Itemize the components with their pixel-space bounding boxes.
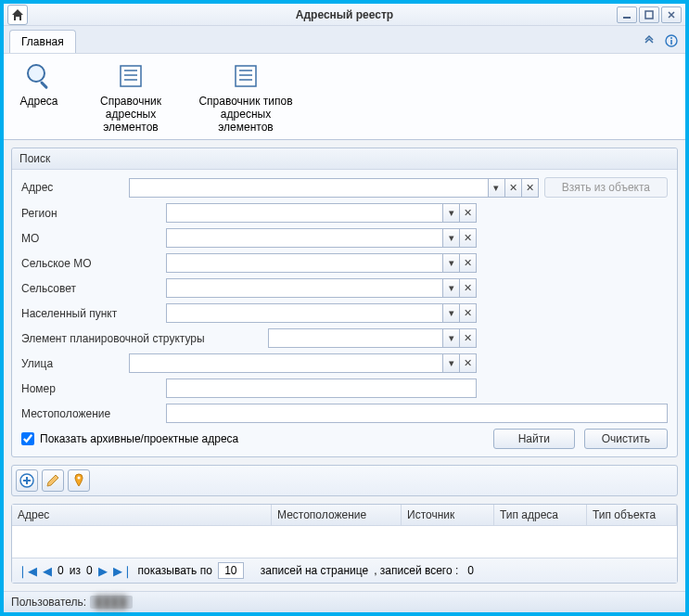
pin-icon	[71, 473, 86, 488]
label-planning-element: Элемент планировочной структуры	[21, 332, 262, 345]
selsovet-input[interactable]	[167, 279, 442, 297]
col-obj-type[interactable]: Тип объекта	[587, 505, 677, 525]
magnifier-icon	[22, 59, 56, 93]
clear-trigger[interactable]: ✕	[459, 279, 476, 297]
dropdown-trigger[interactable]: ▾	[442, 329, 459, 347]
show-archive-checkbox[interactable]: Показать архивные/проектные адреса	[21, 432, 238, 445]
mo-input[interactable]	[167, 229, 442, 247]
clear-trigger[interactable]: ✕	[521, 179, 538, 197]
last-page-button[interactable]: ▶❘	[113, 564, 133, 578]
first-page-button[interactable]: ❘◀	[18, 564, 37, 578]
address-input[interactable]	[130, 179, 488, 197]
region-input[interactable]	[167, 204, 442, 222]
svg-rect-1	[645, 11, 653, 19]
ribbon-ref-types[interactable]: Справочник типов адресных элементов	[195, 59, 297, 134]
dropdown-trigger[interactable]: ▾	[442, 254, 459, 272]
home-button[interactable]	[7, 5, 28, 25]
clear-trigger[interactable]: ✕	[459, 229, 476, 247]
clear-trigger[interactable]: ✕	[459, 304, 476, 322]
col-location[interactable]: Местоположение	[272, 505, 402, 525]
settlement-input[interactable]	[167, 304, 442, 322]
col-address[interactable]: Адрес	[12, 505, 272, 525]
ribbon-ref-elements[interactable]: Справочник адресных элементов	[80, 59, 182, 134]
label-region: Регион	[21, 207, 160, 220]
label-settlement: Населенный пункт	[21, 307, 160, 320]
show-archive-input[interactable]	[21, 432, 34, 445]
next-page-button[interactable]: ▶	[98, 564, 108, 578]
svg-point-3	[670, 37, 672, 39]
ribbon-addresses-label: Адреса	[19, 95, 57, 108]
selsovet-combo[interactable]: ▾✕	[166, 278, 477, 298]
label-rural-mo: Сельское МО	[21, 257, 160, 270]
close-icon	[667, 10, 676, 19]
results-grid: Адрес Местоположение Источник Тип адреса…	[11, 504, 678, 584]
ribbon-ref-types-label: Справочник типов адресных элементов	[195, 95, 297, 134]
chevron-up-icon	[643, 34, 656, 47]
svg-rect-0	[623, 17, 631, 19]
ribbon: Адреса Справочник адресных элементов Спр…	[4, 54, 685, 140]
number-input[interactable]	[166, 379, 477, 398]
col-source[interactable]: Источник	[402, 505, 494, 525]
mo-combo[interactable]: ▾✕	[166, 228, 477, 248]
list-icon	[114, 59, 147, 93]
planning-element-combo[interactable]: ▾✕	[268, 328, 477, 348]
clear-trigger[interactable]: ✕	[459, 254, 476, 272]
plus-icon	[19, 473, 34, 488]
page-total: 0	[86, 564, 93, 577]
user-label: Пользователь:	[11, 596, 86, 609]
page-current: 0	[57, 564, 64, 577]
locate-button[interactable]	[68, 469, 90, 492]
ribbon-addresses[interactable]: Адреса	[11, 59, 67, 134]
dropdown-trigger[interactable]: ▾	[442, 229, 459, 247]
take-from-object-button: Взять из объекта	[544, 177, 668, 198]
dropdown-trigger[interactable]: ▾	[488, 179, 504, 197]
prev-page-button[interactable]: ◀	[43, 564, 52, 578]
pager: ❘◀ ◀ 0 из 0 ▶ ▶❘ показывать по записей н…	[12, 558, 677, 583]
location-input[interactable]	[166, 404, 668, 423]
label-location: Местоположение	[21, 407, 160, 420]
region-combo[interactable]: ▾✕	[166, 203, 477, 223]
planning-element-input[interactable]	[269, 329, 442, 347]
show-per-label: показывать по	[138, 564, 212, 577]
clear-button[interactable]: Очистить	[584, 429, 668, 449]
rural-mo-combo[interactable]: ▾✕	[166, 253, 477, 273]
collapse-ribbon-button[interactable]	[641, 32, 657, 49]
grid-header: Адрес Местоположение Источник Тип адреса…	[12, 505, 677, 526]
search-panel-title: Поиск	[12, 148, 677, 170]
svg-rect-6	[40, 81, 48, 89]
info-icon	[665, 34, 678, 47]
dropdown-trigger[interactable]: ▾	[442, 279, 459, 297]
minimize-button[interactable]	[617, 6, 637, 23]
svg-rect-4	[670, 40, 672, 45]
content-area: Поиск Адрес ▾ ✕ ✕ Взять из объекта Регио…	[4, 140, 685, 591]
clear-trigger[interactable]: ✕	[459, 204, 476, 222]
dropdown-trigger[interactable]: ▾	[442, 204, 459, 222]
svg-point-16	[78, 477, 81, 480]
help-button[interactable]	[663, 32, 680, 49]
title-bar: Адресный реестр	[4, 4, 685, 26]
find-button[interactable]: Найти	[493, 429, 575, 449]
dropdown-trigger[interactable]: ▾	[442, 304, 459, 322]
per-page-input[interactable]	[218, 562, 244, 579]
records-total-label: , записей всего :	[374, 564, 458, 577]
ribbon-tab-row: Главная	[4, 26, 685, 54]
window-title: Адресный реестр	[4, 8, 685, 21]
col-addr-type[interactable]: Тип адреса	[494, 505, 587, 525]
street-combo[interactable]: ▾✕	[129, 353, 477, 373]
street-input[interactable]	[130, 354, 442, 372]
list-icon	[229, 59, 262, 93]
tab-main[interactable]: Главная	[9, 30, 76, 53]
maximize-button[interactable]	[639, 6, 659, 23]
dropdown-trigger[interactable]: ▾	[442, 354, 459, 372]
label-number: Номер	[21, 382, 160, 395]
add-button[interactable]	[16, 469, 38, 492]
close-button[interactable]	[661, 6, 682, 23]
edit-button[interactable]	[42, 469, 64, 492]
address-combo[interactable]: ▾ ✕ ✕	[129, 178, 539, 198]
settlement-combo[interactable]: ▾✕	[166, 303, 477, 323]
clear-trigger[interactable]: ✕	[504, 179, 521, 197]
show-archive-label: Показать архивные/проектные адреса	[40, 432, 238, 445]
clear-trigger[interactable]: ✕	[459, 354, 476, 372]
rural-mo-input[interactable]	[167, 254, 442, 272]
clear-trigger[interactable]: ✕	[459, 329, 476, 347]
